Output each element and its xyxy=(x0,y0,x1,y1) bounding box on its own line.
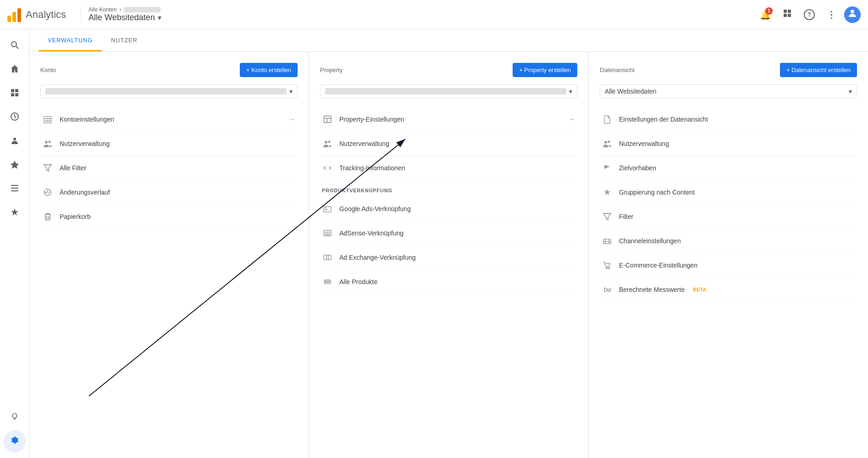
avatar[interactable] xyxy=(844,6,861,23)
svg-rect-39 xyxy=(324,207,331,212)
konto-aenderungsverlauf-item[interactable]: Änderungsverlauf xyxy=(40,180,298,205)
property-adexchange-item[interactable]: Ad Exchange-Verknüpfung xyxy=(320,246,577,270)
property-alleprodukte-item[interactable]: Alle Produkte xyxy=(320,270,577,294)
sidebar-audience-button[interactable] xyxy=(4,130,26,152)
apps-icon xyxy=(783,9,792,20)
svg-marker-54 xyxy=(603,213,611,220)
breadcrumb-redacted xyxy=(124,7,160,12)
svg-point-18 xyxy=(12,413,17,418)
property-googleads-item[interactable]: Google Ads-Verknüpfung xyxy=(320,197,577,221)
svg-rect-9 xyxy=(11,93,14,96)
main-content: VERWALTUNG NUTZER Konto + Konto erstelle… xyxy=(29,29,868,458)
svg-rect-44 xyxy=(325,233,330,234)
datenansicht-channel-item[interactable]: Channeleinstellungen xyxy=(600,229,857,253)
datenansicht-column-header: Datenansicht + Datenansicht erstellen xyxy=(600,63,857,77)
konto-allefilter-label: Alle Filter xyxy=(60,164,86,172)
datenansicht-messwerte-item[interactable]: Dd Berechnete Messwerte BETA xyxy=(600,278,857,302)
datenansicht-gruppierung-label: Gruppierung nach Content xyxy=(619,189,695,196)
app-body: VERWALTUNG NUTZER Konto + Konto erstelle… xyxy=(0,29,868,458)
property-nutzerverwaltung-item[interactable]: Nutzerverwaltung xyxy=(320,132,577,156)
konto-allefilter-item[interactable]: Alle Filter xyxy=(40,156,298,180)
konto-create-button[interactable]: + Konto erstellen xyxy=(240,63,298,77)
property-einstellungen-item[interactable]: Property-Einstellungen → xyxy=(320,107,577,132)
cart-icon xyxy=(602,260,613,271)
konto-kontoeinstellungen-item[interactable]: Kontoeinstellungen → xyxy=(40,107,298,132)
konto-nutzerverwaltung-item[interactable]: Nutzerverwaltung xyxy=(40,132,298,156)
help-icon: ? xyxy=(804,9,815,20)
svg-rect-34 xyxy=(324,116,331,123)
svg-point-38 xyxy=(328,141,331,143)
datenansicht-filter-label: Filter xyxy=(619,213,633,220)
audience-icon xyxy=(10,136,19,147)
tab-verwaltung[interactable]: VERWALTUNG xyxy=(39,29,102,51)
datenansicht-channel-label: Channeleinstellungen xyxy=(619,237,681,245)
svg-point-59 xyxy=(606,268,608,269)
svg-point-4 xyxy=(851,10,854,13)
tab-nutzer[interactable]: NUTZER xyxy=(102,29,147,51)
datenansicht-einstellungen-item[interactable]: Einstellungen der Datenansicht xyxy=(600,107,857,132)
dd-icon: Dd xyxy=(602,284,613,295)
datenansicht-nutzerverwaltung-item[interactable]: Nutzerverwaltung xyxy=(600,132,857,156)
notifications-button[interactable]: 🔔 1 xyxy=(756,6,774,24)
datenansicht-gruppierung-item[interactable]: Gruppierung nach Content xyxy=(600,180,857,205)
property-arrow-right-icon: → xyxy=(568,115,575,123)
sidebar-customization-button[interactable] xyxy=(4,83,26,105)
sidebar-search-button[interactable] xyxy=(4,35,26,57)
property-column: Property + Property erstellen ▾ xyxy=(309,52,589,458)
datenansicht-menu-list: Einstellungen der Datenansicht Nutzerver… xyxy=(600,107,857,302)
admin-columns: Konto + Konto erstellen ▾ xyxy=(29,52,868,458)
konto-papierkorb-item[interactable]: Papierkorb xyxy=(40,205,298,229)
header-actions: 🔔 1 ? ⋮ xyxy=(756,6,861,24)
customization-icon xyxy=(10,88,19,100)
datenansicht-users-icon xyxy=(602,138,613,149)
konto-selector-chevron-icon: ▾ xyxy=(289,88,293,95)
datenansicht-filter-icon xyxy=(602,211,613,222)
property-adsense-item[interactable]: AdSense-Verknüpfung xyxy=(320,221,577,246)
svg-point-53 xyxy=(608,141,610,143)
beta-badge: BETA xyxy=(693,287,706,292)
property-selector[interactable]: ▾ xyxy=(320,84,577,98)
konto-column-header: Konto + Konto erstellen xyxy=(40,63,298,77)
sidebar-realtime-button[interactable] xyxy=(4,106,26,128)
help-button[interactable]: ? xyxy=(800,6,818,24)
sidebar-acquisition-button[interactable] xyxy=(4,154,26,176)
sidebar xyxy=(0,29,29,458)
apps-button[interactable] xyxy=(778,6,796,24)
property-create-button[interactable]: + Property erstellen xyxy=(513,63,577,77)
app-title: Analytics xyxy=(26,9,66,21)
datenansicht-messwerte-label: Berechnete Messwerte xyxy=(619,286,685,293)
svg-rect-1 xyxy=(788,10,791,13)
property-selector[interactable]: Alle Websitedaten ▾ xyxy=(88,13,161,22)
konto-selector-text xyxy=(45,88,287,95)
svg-rect-27 xyxy=(49,120,50,122)
svg-rect-40 xyxy=(325,207,326,208)
sidebar-conversions-button[interactable] xyxy=(4,202,26,224)
sidebar-settings-button[interactable] xyxy=(4,430,26,452)
svg-rect-0 xyxy=(784,10,787,13)
datenansicht-create-button[interactable]: + Datenansicht erstellen xyxy=(780,63,857,77)
sidebar-home-button[interactable] xyxy=(4,59,26,81)
property-users-icon xyxy=(322,138,333,149)
breadcrumb-all-accounts: Alle Konten xyxy=(88,6,116,13)
konto-selector[interactable]: ▾ xyxy=(40,84,298,98)
datenansicht-filter-item[interactable]: Filter xyxy=(600,205,857,229)
datenansicht-nutzerverwaltung-label: Nutzerverwaltung xyxy=(619,140,669,147)
ads-icon xyxy=(322,203,333,214)
sidebar-behavior-button[interactable] xyxy=(4,178,26,200)
svg-rect-14 xyxy=(11,185,18,186)
adsense-icon xyxy=(322,228,333,239)
svg-rect-7 xyxy=(11,89,14,92)
notification-badge: 1 xyxy=(765,7,773,15)
datenansicht-selector[interactable]: Alle Websitedaten ▾ xyxy=(600,84,857,98)
home-icon xyxy=(10,64,19,76)
more-button[interactable]: ⋮ xyxy=(822,6,840,24)
property-tracking-item[interactable]: Tracking-Informationen xyxy=(320,156,577,180)
datenansicht-zielvorhaben-item[interactable]: Zielvorhaben xyxy=(600,156,857,180)
search-icon xyxy=(10,40,19,52)
code-icon xyxy=(322,162,333,173)
svg-rect-15 xyxy=(11,188,18,189)
datenansicht-ecommerce-item[interactable]: E-Commerce-Einstellungen xyxy=(600,253,857,278)
more-icon: ⋮ xyxy=(827,9,836,20)
sidebar-ideas-button[interactable] xyxy=(4,407,26,429)
header: Analytics Alle Konten › Alle Websitedate… xyxy=(0,0,868,29)
